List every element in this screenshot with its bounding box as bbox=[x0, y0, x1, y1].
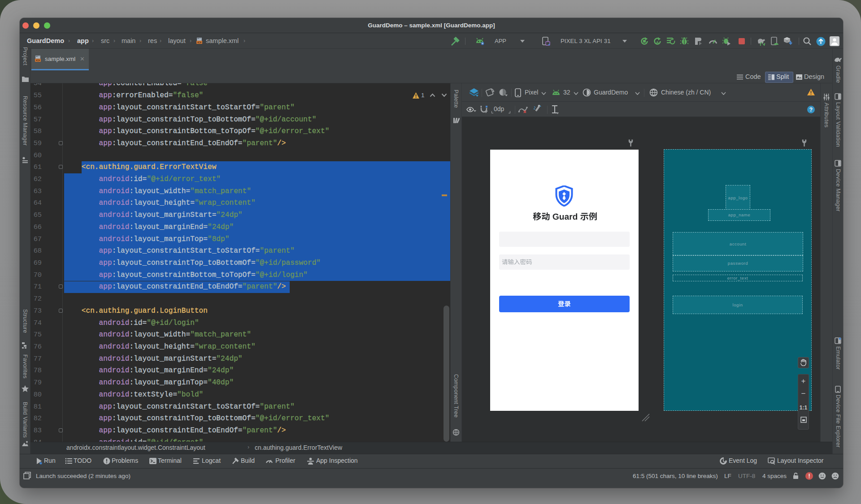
svg-text:<>: <> bbox=[36, 59, 40, 62]
svg-text:<>: <> bbox=[197, 41, 202, 44]
svg-text:A: A bbox=[656, 40, 659, 45]
svg-text:?: ? bbox=[809, 107, 813, 113]
